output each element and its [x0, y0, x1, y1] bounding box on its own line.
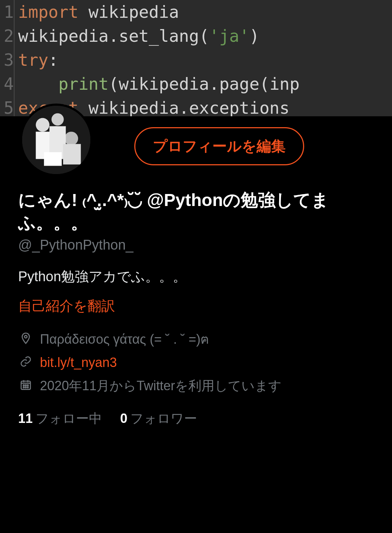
handle: @_PythonPython_: [18, 237, 377, 253]
translate-bio-link[interactable]: 自己紹介を翻訳: [18, 297, 377, 315]
following-label: フォロー中: [36, 411, 102, 426]
location-row: Παράδεισος γάτας (= ˘ . ˘ =)ฅ: [18, 330, 377, 349]
header-banner: 1import wikipedia2wikipedia.set_lang('ja…: [0, 0, 392, 116]
followers-link[interactable]: 0フォロワー: [120, 410, 197, 428]
svg-point-14: [23, 387, 24, 388]
svg-point-13: [27, 385, 28, 386]
svg-point-16: [27, 387, 28, 388]
svg-point-12: [25, 385, 26, 386]
code-text: print(wikipedia.page(inp: [18, 72, 299, 96]
code-line: 3try:: [0, 48, 392, 72]
code-text: import wikipedia: [18, 0, 179, 24]
svg-point-2: [52, 113, 64, 126]
line-number: 3: [0, 48, 15, 72]
code-text: wikipedia.set_lang('ja'): [18, 24, 260, 48]
display-name: にゃん! ₍^.̫.^*₎◟̆◞̆ @Pythonの勉強してまふ。。。: [18, 189, 377, 234]
profile-link[interactable]: bit.ly/t_nyan3: [40, 353, 117, 372]
line-number: 5: [0, 96, 15, 116]
avatar[interactable]: [20, 104, 93, 176]
location-text: Παράδεισος γάτας (= ˘ . ˘ =)ฅ: [40, 330, 209, 349]
location-icon: [18, 332, 33, 344]
line-number: 1: [0, 0, 15, 24]
followers-label: フォロワー: [130, 411, 197, 426]
bio: Python勉強アカでふ。。。: [18, 267, 377, 286]
edit-profile-button[interactable]: プロフィールを編集: [134, 127, 304, 165]
code-line: 2wikipedia.set_lang('ja'): [0, 24, 392, 48]
line-number: 2: [0, 24, 15, 48]
svg-rect-7: [63, 144, 81, 164]
following-link[interactable]: 11フォロー中: [18, 410, 102, 428]
line-number: 4: [0, 72, 15, 96]
calendar-icon: [18, 379, 33, 391]
svg-point-11: [23, 385, 24, 386]
svg-point-4: [65, 132, 78, 145]
joined-row: 2020年11月からTwitterを利用しています: [18, 376, 377, 395]
svg-point-15: [25, 387, 26, 388]
link-row: bit.ly/t_nyan3: [18, 353, 377, 372]
svg-point-9: [24, 335, 27, 338]
profile-section: にゃん! ₍^.̫.^*₎◟̆◞̆ @Pythonの勉強してまふ。。。 @_Py…: [18, 189, 377, 428]
code-line: 4 print(wikipedia.page(inp: [0, 72, 392, 96]
code-line: 1import wikipedia: [0, 0, 392, 24]
code-text: try:: [18, 48, 58, 72]
joined-text: 2020年11月からTwitterを利用しています: [40, 376, 282, 395]
avatar-image: [22, 106, 90, 174]
link-icon: [18, 355, 33, 368]
followers-count: 0: [120, 411, 127, 426]
svg-point-1: [36, 118, 50, 132]
svg-rect-8: [44, 152, 62, 166]
follow-stats: 11フォロー中 0フォロワー: [18, 410, 377, 428]
following-count: 11: [18, 411, 33, 426]
